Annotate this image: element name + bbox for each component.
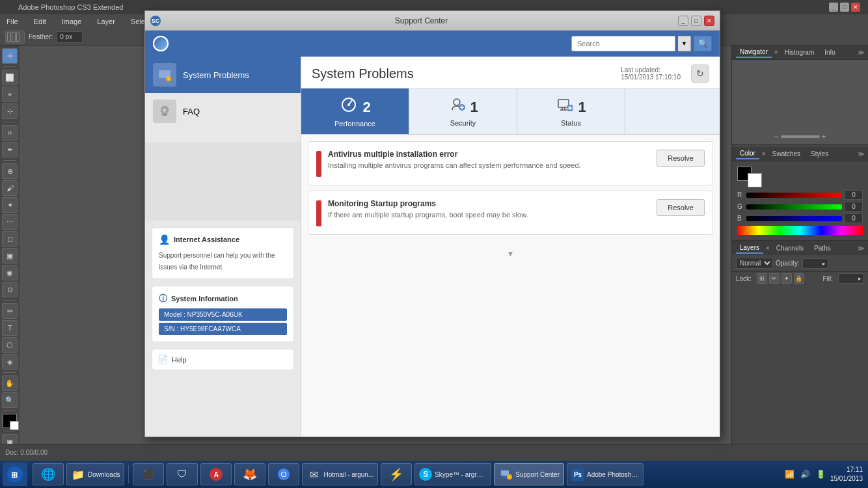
nav-zoom-in[interactable]: + (822, 132, 826, 141)
tool-gradient[interactable]: ▣ (2, 248, 18, 264)
feather-input[interactable]: 0 px (57, 31, 83, 43)
ps-tool-options (5, 31, 25, 44)
ps-menu-edit[interactable]: Edit (30, 16, 50, 27)
nav-zoom-out[interactable]: − (774, 132, 778, 141)
performance-count: 2 (362, 99, 370, 116)
dialog-logo (153, 36, 169, 51)
tab-performance[interactable]: 2 Performance (301, 88, 409, 134)
lock-transparent-icon[interactable]: ⊞ (757, 273, 767, 284)
resolve-button-2[interactable]: Resolve (657, 199, 705, 216)
taskbar-ie[interactable]: 🌐 (33, 463, 64, 485)
search-button[interactable]: 🔍 (694, 36, 712, 51)
tool-lasso[interactable]: ⌖ (2, 87, 18, 102)
background-swatch[interactable] (748, 173, 762, 187)
r-slider[interactable] (746, 193, 842, 198)
taskbar-firefox[interactable]: 🦊 (234, 463, 265, 485)
g-value[interactable] (845, 202, 863, 211)
tab-swatches[interactable]: Swatches (768, 149, 804, 159)
taskbar-lightning[interactable]: ⚡ (381, 463, 412, 485)
tool-clone[interactable]: ✦ (2, 197, 18, 213)
sysinfo-serial: S/N : HY5E98FCAA7WCA (159, 323, 287, 335)
opacity-control[interactable]: ▸ (802, 258, 828, 269)
b-slider[interactable] (746, 216, 842, 221)
resolve-button-1[interactable]: Resolve (657, 150, 705, 167)
ps-menu-file[interactable]: File (3, 16, 22, 27)
ps-menu-image[interactable]: Image (58, 16, 86, 27)
ps-maximize-button[interactable]: □ (840, 3, 849, 12)
tool-heal[interactable]: ⊕ (2, 163, 18, 179)
sidebar-help[interactable]: 📄 Help (152, 349, 294, 370)
dialog-maximize-button[interactable]: □ (691, 16, 701, 26)
color-panel-close[interactable]: ≫ (858, 150, 864, 157)
tool-marquee[interactable]: ⬜ (2, 70, 18, 85)
tool-path[interactable]: ⬡ (2, 337, 18, 353)
refresh-button[interactable]: ↻ (691, 64, 709, 83)
tool-brush[interactable]: 🖌 (2, 180, 18, 196)
tool-eyedropper[interactable]: ✒ (2, 142, 18, 157)
fg-bg-swatches (737, 167, 762, 187)
tool-wand[interactable]: ⊹ (2, 103, 18, 119)
search-dropdown[interactable]: ▼ (678, 36, 691, 51)
taskbar-photoshop[interactable]: Ps Adobe Photosho... (567, 463, 644, 485)
background-color[interactable] (10, 421, 19, 430)
g-slider[interactable] (746, 204, 842, 210)
problem-text-1: Antivirus multiple installation error In… (328, 150, 650, 170)
tool-shape[interactable]: ◈ (2, 354, 18, 370)
taskbar-explorer[interactable]: 📁 Downloads (66, 463, 124, 485)
foreground-color[interactable] (3, 414, 17, 428)
tab-styles[interactable]: Styles (807, 149, 832, 159)
taskbar-skype[interactable]: S Skype™ - argrund... (414, 463, 491, 485)
r-value[interactable] (845, 190, 863, 200)
tab-histogram[interactable]: Histogram (781, 47, 819, 57)
lock-position-icon[interactable]: ✦ (781, 273, 792, 284)
b-value[interactable] (845, 213, 863, 223)
tab-paths[interactable]: Paths (810, 243, 835, 253)
dialog-close-button[interactable]: ✕ (704, 16, 714, 26)
color-spectrum[interactable] (737, 226, 863, 235)
tool-move[interactable]: ✛ (2, 48, 18, 64)
sidebar-item-faq[interactable]: ? FAQ (145, 93, 301, 129)
taskbar-chrome[interactable] (268, 463, 299, 485)
ps-minimize-button[interactable]: _ (829, 3, 838, 12)
tool-text[interactable]: T (2, 320, 18, 336)
taskbar-mcafee[interactable]: 🛡 (167, 463, 198, 485)
tool-history[interactable]: ⋯ (2, 214, 18, 230)
content-title: System Problems (312, 66, 414, 81)
tab-color[interactable]: Color (736, 148, 759, 159)
system-tray: 📶 🔊 🔋 17:11 15/01/2013 (783, 465, 865, 483)
taskbar-avg[interactable]: A (200, 463, 232, 485)
tab-channels[interactable]: Channels (772, 243, 807, 253)
layers-panel-close[interactable]: ≫ (858, 245, 864, 252)
tool-dodge[interactable]: ⊙ (2, 282, 18, 297)
tab-navigator[interactable]: Navigator (736, 47, 772, 58)
tool-crop[interactable]: ⌗ (2, 125, 18, 141)
taskbar-hotmail[interactable]: ✉ Hotmail - argun... (302, 463, 378, 485)
tab-info[interactable]: Info (821, 47, 839, 57)
tool-pen[interactable]: ✏ (2, 303, 18, 319)
ps-close-button[interactable]: ✕ (851, 3, 860, 12)
ps-menu-layer[interactable]: Layer (93, 16, 119, 27)
tab-layers[interactable]: Layers (736, 243, 763, 254)
lock-all-icon[interactable]: 🔒 (794, 273, 804, 284)
tool-blur[interactable]: ◉ (2, 265, 18, 280)
tool-hand[interactable]: ✋ (2, 375, 18, 391)
fill-control[interactable]: ▸ (838, 273, 864, 284)
panel-close[interactable]: ≫ (858, 49, 864, 56)
blend-mode-select[interactable]: Normal (736, 258, 773, 269)
dialog-minimize-button[interactable]: _ (678, 16, 688, 26)
tab-status[interactable]: 1 Status (517, 88, 625, 134)
sidebar-assistance: 👤 Internet Assistance Support personnel … (152, 227, 294, 279)
taskbar-clock[interactable]: 17:11 15/01/2013 (830, 465, 863, 483)
nav-zoom-slider[interactable] (781, 135, 820, 138)
tool-zoom[interactable]: 🔍 (2, 392, 18, 408)
tool-eraser[interactable]: ◻ (2, 231, 18, 247)
start-button[interactable]: ⊞ (3, 463, 27, 486)
taskbar-support[interactable]: ! Support Center (494, 463, 564, 485)
search-input[interactable] (571, 36, 675, 51)
taskbar-samsung[interactable]: ⬛ (133, 463, 164, 485)
tab-security[interactable]: 1 Security (409, 88, 517, 134)
skype-icon: S (419, 468, 432, 481)
lock-image-icon[interactable]: ✏ (769, 273, 780, 284)
sidebar-item-system-problems[interactable]: ! System Problems (145, 57, 301, 93)
svg-text:?: ? (163, 108, 166, 114)
